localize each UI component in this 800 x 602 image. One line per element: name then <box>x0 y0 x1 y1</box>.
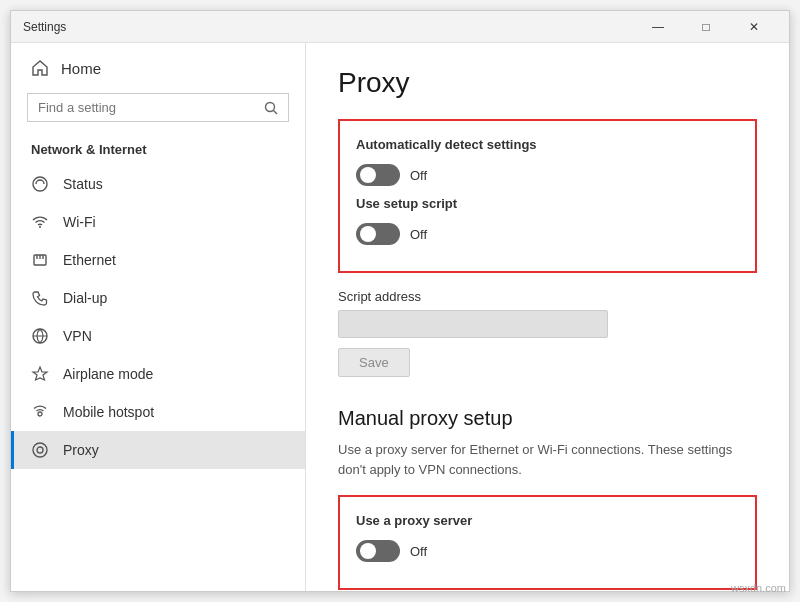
hotspot-label: Mobile hotspot <box>63 404 154 420</box>
svg-point-0 <box>266 102 275 111</box>
vpn-label: VPN <box>63 328 92 344</box>
proxy-server-heading: Use a proxy server <box>356 513 739 528</box>
proxy-label: Proxy <box>63 442 99 458</box>
svg-point-10 <box>33 443 47 457</box>
sidebar: Home Network & Internet Status <box>11 43 306 591</box>
close-button[interactable]: ✕ <box>731 11 777 43</box>
automatic-settings-box: Automatically detect settings Off Use se… <box>338 119 757 273</box>
sidebar-item-status[interactable]: Status <box>11 165 305 203</box>
proxy-toggle[interactable] <box>356 540 400 562</box>
setup-script-toggle-row: Off <box>356 223 739 245</box>
wifi-icon <box>31 213 49 231</box>
sidebar-item-dialup[interactable]: Dial-up <box>11 279 305 317</box>
main-content: Proxy Automatically detect settings Off … <box>306 43 789 591</box>
settings-window: Settings — □ ✕ Home <box>10 10 790 592</box>
svg-point-9 <box>38 412 42 416</box>
auto-detect-toggle[interactable] <box>356 164 400 186</box>
script-address-input[interactable] <box>338 310 608 338</box>
phone-icon <box>31 289 49 307</box>
home-icon <box>31 59 49 77</box>
airplane-label: Airplane mode <box>63 366 153 382</box>
auto-detect-toggle-label: Off <box>410 168 427 183</box>
setup-script-toggle[interactable] <box>356 223 400 245</box>
proxy-toggle-row: Off <box>356 540 739 562</box>
sidebar-item-hotspot[interactable]: Mobile hotspot <box>11 393 305 431</box>
window-controls: — □ ✕ <box>635 11 777 43</box>
search-box[interactable] <box>27 93 289 122</box>
sidebar-item-wifi[interactable]: Wi-Fi <box>11 203 305 241</box>
sidebar-item-proxy[interactable]: Proxy <box>11 431 305 469</box>
search-input[interactable] <box>38 100 256 115</box>
search-icon <box>264 101 278 115</box>
titlebar-title: Settings <box>23 20 66 34</box>
svg-point-2 <box>33 177 47 191</box>
svg-point-11 <box>37 447 43 453</box>
proxy-icon <box>31 441 49 459</box>
titlebar: Settings — □ ✕ <box>11 11 789 43</box>
auto-detect-heading: Automatically detect settings <box>356 137 739 152</box>
wifi-label: Wi-Fi <box>63 214 96 230</box>
airplane-icon <box>31 365 49 383</box>
status-label: Status <box>63 176 103 192</box>
use-proxy-box: Use a proxy server Off <box>338 495 757 590</box>
hotspot-icon <box>31 403 49 421</box>
sidebar-item-home[interactable]: Home <box>11 43 305 93</box>
watermark: wsxdn.com <box>731 582 786 594</box>
auto-detect-toggle-row: Off <box>356 164 739 186</box>
vpn-icon <box>31 327 49 345</box>
save-button[interactable]: Save <box>338 348 410 377</box>
proxy-toggle-label: Off <box>410 544 427 559</box>
maximize-button[interactable]: □ <box>683 11 729 43</box>
dialup-label: Dial-up <box>63 290 107 306</box>
section-label: Network & Internet <box>11 134 305 165</box>
script-address-label: Script address <box>338 289 757 304</box>
setup-script-heading: Use setup script <box>356 196 739 211</box>
ethernet-icon <box>31 251 49 269</box>
svg-point-3 <box>39 226 41 228</box>
svg-line-1 <box>274 110 278 114</box>
sidebar-item-ethernet[interactable]: Ethernet <box>11 241 305 279</box>
page-title: Proxy <box>338 67 757 99</box>
setup-script-toggle-label: Off <box>410 227 427 242</box>
sidebar-home-label: Home <box>61 60 101 77</box>
manual-description: Use a proxy server for Ethernet or Wi-Fi… <box>338 440 757 479</box>
manual-section-title: Manual proxy setup <box>338 407 757 430</box>
sidebar-item-airplane[interactable]: Airplane mode <box>11 355 305 393</box>
ethernet-label: Ethernet <box>63 252 116 268</box>
minimize-button[interactable]: — <box>635 11 681 43</box>
window-content: Home Network & Internet Status <box>11 43 789 591</box>
status-icon <box>31 175 49 193</box>
sidebar-item-vpn[interactable]: VPN <box>11 317 305 355</box>
